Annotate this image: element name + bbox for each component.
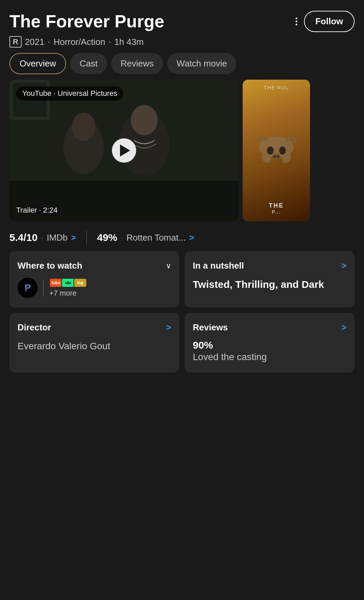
streaming-badges: fubo ulu ing bbox=[49, 278, 86, 288]
genre: Horror/Action bbox=[54, 37, 105, 47]
rotten-score: 49% bbox=[97, 232, 117, 243]
play-button[interactable] bbox=[112, 138, 136, 163]
director-title: Director bbox=[18, 322, 51, 333]
tab-overview[interactable]: Overview bbox=[9, 53, 66, 74]
imdb-rating[interactable]: 5.4/10 · IMDb > bbox=[9, 232, 76, 243]
where-to-watch-header: Where to watch ∨ bbox=[18, 261, 171, 271]
tab-reviews[interactable]: Reviews bbox=[111, 53, 163, 74]
separator-1: · bbox=[48, 37, 50, 47]
separator-2: · bbox=[109, 37, 111, 47]
reviews-header: Reviews > bbox=[193, 322, 346, 333]
rotten-tomatoes-rating[interactable]: 49% · Rotten Tomat... > bbox=[97, 232, 194, 243]
svg-point-9 bbox=[279, 146, 286, 155]
dot-3 bbox=[296, 24, 297, 25]
play-icon bbox=[120, 144, 130, 157]
meta-row: R 2021 · Horror/Action · 1h 43m bbox=[9, 36, 355, 48]
chevron-down-icon: ∨ bbox=[166, 262, 171, 270]
media-section: YouTube · Universal Pictures Trailer · 2… bbox=[0, 80, 364, 221]
svg-point-11 bbox=[274, 156, 276, 158]
rating-divider bbox=[86, 231, 87, 244]
ratings-section: 5.4/10 · IMDb > 49% · Rotten Tomat... > bbox=[0, 221, 364, 251]
rotten-arrow: > bbox=[189, 233, 194, 243]
separator: · bbox=[41, 233, 43, 243]
director-header: Director > bbox=[18, 322, 171, 333]
movie-poster[interactable]: THE RUL THE P... bbox=[243, 80, 310, 221]
director-name: Everardo Valerio Gout bbox=[18, 339, 171, 353]
peacock-letter: P bbox=[25, 282, 31, 293]
reviews-card[interactable]: Reviews > 90% Loved the casting bbox=[185, 313, 355, 373]
svg-point-12 bbox=[277, 156, 279, 158]
sling-badge: ing bbox=[73, 278, 87, 288]
svg-point-4 bbox=[72, 113, 95, 141]
fubo-badge: fubo bbox=[49, 278, 63, 288]
tabs-row: Overview Cast Reviews Watch movie bbox=[0, 53, 364, 80]
tab-watch-movie[interactable]: Watch movie bbox=[167, 53, 236, 74]
imdb-source: IMDb bbox=[47, 233, 68, 243]
separator2: · bbox=[121, 233, 123, 243]
svg-point-8 bbox=[267, 146, 274, 155]
poster-top-text: THE RUL bbox=[264, 85, 289, 90]
more-options-button[interactable] bbox=[293, 15, 300, 28]
svg-point-10 bbox=[272, 154, 280, 159]
imdb-score: 5.4/10 bbox=[9, 232, 37, 243]
year: 2021 bbox=[25, 37, 44, 47]
where-to-watch-content: P fubo ulu ing +7 more bbox=[18, 278, 171, 298]
header: The Forever Purge Follow R 2021 · Horror… bbox=[0, 0, 364, 53]
dot-1 bbox=[296, 18, 297, 19]
dot-2 bbox=[296, 21, 297, 22]
video-background: YouTube · Universal Pictures Trailer · 2… bbox=[9, 80, 239, 221]
streaming-divider bbox=[43, 279, 44, 296]
hulu-badge: ulu bbox=[61, 278, 75, 288]
where-to-watch-title: Where to watch bbox=[18, 261, 82, 271]
video-source-label: YouTube · Universal Pictures bbox=[16, 86, 123, 101]
nutshell-arrow: > bbox=[341, 261, 346, 271]
nutshell-header: In a nutshell > bbox=[193, 261, 346, 271]
director-card[interactable]: Director > Everardo Valerio Gout bbox=[9, 313, 179, 373]
peacock-icon: P bbox=[18, 278, 38, 298]
duration: 1h 43m bbox=[114, 37, 144, 47]
svg-point-6 bbox=[131, 105, 158, 135]
title-row: The Forever Purge Follow bbox=[9, 11, 355, 32]
tab-cast[interactable]: Cast bbox=[70, 53, 107, 74]
nutshell-title: In a nutshell bbox=[193, 261, 244, 271]
where-to-watch-card[interactable]: Where to watch ∨ P fubo ulu ing +7 more bbox=[9, 251, 179, 307]
imdb-arrow: > bbox=[71, 233, 76, 243]
rating-badge: R bbox=[9, 36, 22, 48]
nutshell-card[interactable]: In a nutshell > Twisted, Thrilling, and … bbox=[185, 251, 355, 307]
reviews-title: Reviews bbox=[193, 322, 228, 333]
follow-button[interactable]: Follow bbox=[304, 11, 355, 32]
reviews-text: Loved the casting bbox=[193, 351, 346, 363]
more-services-text: +7 more bbox=[49, 289, 86, 298]
svg-rect-7 bbox=[9, 181, 239, 221]
reviews-arrow: > bbox=[341, 322, 346, 333]
poster-bottom-text: THE P... bbox=[269, 202, 284, 215]
video-player[interactable]: YouTube · Universal Pictures Trailer · 2… bbox=[9, 80, 239, 221]
director-arrow: > bbox=[166, 322, 171, 333]
nutshell-description: Twisted, Thrilling, and Dark bbox=[193, 278, 346, 291]
reviews-percent: 90% bbox=[193, 339, 346, 351]
movie-title: The Forever Purge bbox=[9, 12, 289, 31]
cards-grid: Where to watch ∨ P fubo ulu ing +7 more … bbox=[0, 251, 364, 379]
trailer-label: Trailer · 2:24 bbox=[16, 206, 58, 215]
streaming-logos: fubo ulu ing +7 more bbox=[49, 278, 86, 298]
rotten-source: Rotten Tomat... bbox=[126, 233, 186, 243]
bull-skull-icon bbox=[256, 130, 297, 171]
poster-background: THE RUL THE P... bbox=[243, 80, 310, 221]
